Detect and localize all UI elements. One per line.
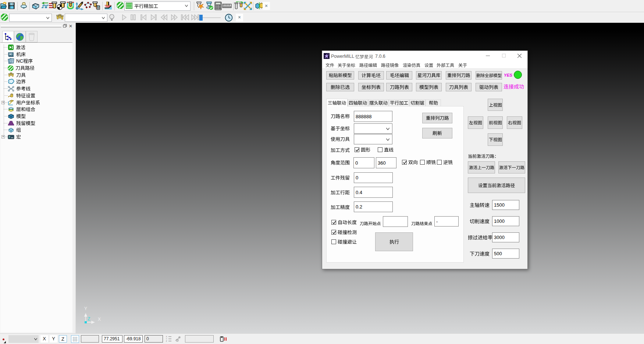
svg-text:Y: Y: [84, 306, 87, 311]
svg-text:Z: Z: [166, 340, 167, 342]
svg-text:X: X: [98, 317, 101, 322]
svg-text:Z: Z: [88, 316, 90, 322]
